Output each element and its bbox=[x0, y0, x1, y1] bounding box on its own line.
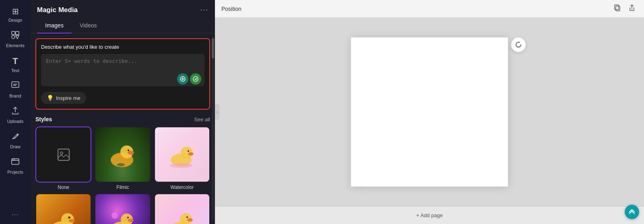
style-label-watercolor: Watercolor bbox=[171, 185, 194, 190]
svg-marker-3 bbox=[16, 35, 19, 39]
svg-point-35 bbox=[187, 218, 193, 222]
see-all-button[interactable]: See all bbox=[194, 116, 210, 122]
styles-title: Styles bbox=[35, 116, 52, 122]
describe-label: Describe what you'd like to create bbox=[41, 44, 204, 50]
sidebar-item-label: Text bbox=[11, 68, 19, 73]
add-page-button[interactable]: + Add page bbox=[407, 209, 452, 222]
style-thumb-row2-1 bbox=[35, 193, 91, 224]
svg-point-10 bbox=[193, 77, 198, 81]
draw-icon bbox=[11, 132, 20, 143]
style-thumb-filmic bbox=[95, 127, 151, 183]
svg-point-15 bbox=[128, 151, 134, 155]
panel-header: Magic Media ··· bbox=[31, 0, 215, 18]
projects-icon bbox=[11, 157, 20, 168]
style-thumb-row2-2 bbox=[95, 193, 151, 224]
style-item-watercolor[interactable]: Watercolor bbox=[154, 127, 210, 190]
inspire-btn-label: Inspire me bbox=[56, 95, 80, 101]
style-item-row2-1[interactable] bbox=[35, 193, 91, 224]
uploads-icon bbox=[11, 106, 20, 117]
svg-rect-38 bbox=[615, 5, 619, 10]
main-area: Position bbox=[215, 0, 644, 224]
svg-point-30 bbox=[127, 217, 129, 218]
styles-section-header: Styles See all bbox=[35, 116, 210, 122]
sidebar-item-label: Uploads bbox=[7, 119, 23, 124]
svg-point-25 bbox=[69, 219, 75, 222]
duck-watercolor-icon bbox=[166, 141, 198, 169]
collapse-handle[interactable] bbox=[215, 104, 220, 120]
textarea-wrapper bbox=[41, 54, 204, 88]
svg-point-20 bbox=[188, 152, 194, 156]
duck-row2-3-icon bbox=[166, 207, 198, 224]
svg-point-28 bbox=[121, 214, 133, 224]
sidebar-item-draw[interactable]: Draw bbox=[2, 129, 29, 152]
panel-content: Describe what you'd like to create bbox=[31, 33, 215, 224]
duck-row2-2-icon bbox=[107, 207, 139, 224]
scrollbar-track bbox=[212, 37, 214, 221]
svg-point-12 bbox=[60, 152, 63, 154]
style-label-none: None bbox=[58, 185, 69, 190]
panel-title: Magic Media bbox=[37, 6, 78, 14]
style-thumb-watercolor bbox=[154, 127, 210, 183]
canvas-page-wrapper bbox=[351, 37, 508, 187]
svg-point-17 bbox=[117, 163, 125, 166]
magic-icon bbox=[177, 73, 188, 85]
style-item-none[interactable]: None bbox=[35, 127, 91, 190]
tab-videos[interactable]: Videos bbox=[72, 18, 105, 33]
svg-point-29 bbox=[128, 219, 134, 222]
text-icon: T bbox=[12, 56, 18, 66]
tabs-row: Images Videos bbox=[31, 18, 215, 33]
duplicate-button[interactable] bbox=[612, 2, 623, 15]
sidebar-item-brand[interactable]: Brand bbox=[2, 78, 29, 102]
style-thumb-row2-3 bbox=[154, 193, 210, 224]
refresh-icon bbox=[515, 41, 522, 48]
elements-icon bbox=[11, 31, 20, 41]
design-icon: ⊞ bbox=[12, 6, 19, 16]
svg-point-22 bbox=[170, 163, 192, 168]
sidebar-more-button[interactable]: ··· bbox=[2, 208, 29, 221]
style-item-filmic[interactable]: Filmic bbox=[95, 127, 151, 190]
share-button[interactable] bbox=[626, 2, 638, 15]
left-panel: Magic Media ··· Images Videos Describe w… bbox=[31, 0, 215, 224]
sidebar-item-text[interactable]: T Text bbox=[2, 53, 29, 76]
style-thumb-none bbox=[35, 127, 91, 183]
describe-box: Describe what you'd like to create bbox=[35, 38, 210, 110]
inspire-button[interactable]: 💡 Inspire me bbox=[41, 92, 86, 104]
sidebar-item-label: Projects bbox=[7, 170, 23, 174]
more-icon: ··· bbox=[12, 211, 19, 218]
svg-point-16 bbox=[128, 149, 129, 151]
sidebar-item-elements[interactable]: Elements bbox=[2, 27, 29, 51]
add-page-bar: + Add page bbox=[215, 206, 644, 224]
lightbulb-icon: 💡 bbox=[47, 95, 54, 101]
svg-rect-1 bbox=[16, 31, 19, 35]
refresh-button[interactable] bbox=[511, 37, 526, 52]
top-bar-actions bbox=[612, 2, 638, 15]
expand-icon bbox=[628, 208, 636, 216]
svg-point-21 bbox=[188, 150, 189, 152]
sidebar-item-design[interactable]: ⊞ Design bbox=[2, 3, 29, 26]
panel-more-button[interactable]: ··· bbox=[200, 6, 208, 14]
svg-rect-0 bbox=[12, 31, 15, 35]
svg-rect-11 bbox=[58, 149, 69, 160]
brand-icon bbox=[11, 81, 20, 92]
duck-filmic-icon bbox=[107, 141, 139, 169]
tab-images[interactable]: Images bbox=[37, 18, 72, 33]
svg-point-31 bbox=[111, 212, 118, 219]
icon-sidebar: ⊞ Design Elements T Text Brand bbox=[0, 0, 31, 224]
share-icon bbox=[628, 4, 636, 12]
corner-help-button[interactable] bbox=[625, 205, 639, 219]
textarea-icons bbox=[177, 73, 201, 85]
sidebar-item-label: Elements bbox=[6, 43, 25, 48]
scrollbar-thumb bbox=[212, 38, 214, 58]
duplicate-icon bbox=[613, 4, 621, 12]
style-item-row2-3[interactable] bbox=[154, 193, 210, 224]
top-bar: Position bbox=[215, 0, 644, 18]
image-placeholder-icon bbox=[56, 147, 71, 162]
style-item-row2-2[interactable] bbox=[95, 193, 151, 224]
canvas-area bbox=[215, 18, 644, 206]
sidebar-item-uploads[interactable]: Uploads bbox=[2, 103, 29, 127]
svg-rect-4 bbox=[12, 82, 19, 87]
styles-grid: None Filmic bbox=[35, 127, 210, 224]
sidebar-item-projects[interactable]: Projects bbox=[2, 154, 29, 178]
svg-point-26 bbox=[68, 216, 70, 218]
style-label-filmic: Filmic bbox=[116, 185, 129, 190]
